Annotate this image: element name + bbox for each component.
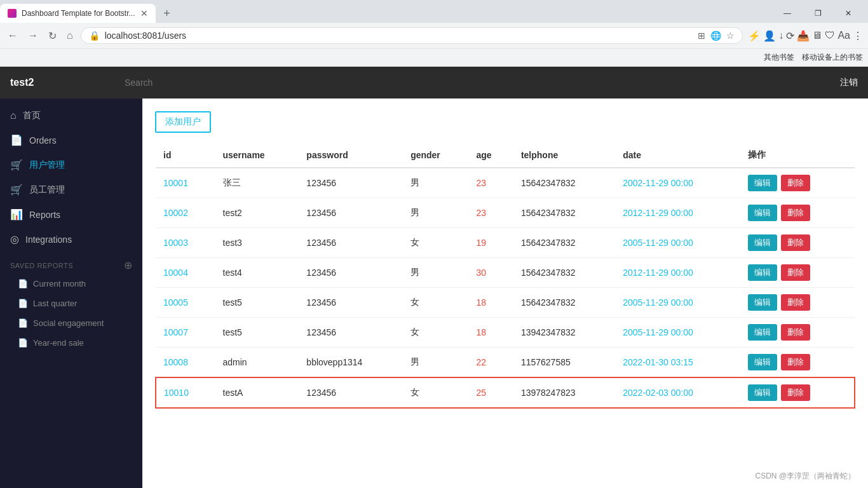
cell-password: 123456 bbox=[299, 258, 403, 288]
edit-button[interactable]: 编辑 bbox=[748, 354, 777, 370]
cell-telphone: 13978247823 bbox=[513, 377, 615, 408]
cell-age: 22 bbox=[469, 348, 513, 378]
cart2-icon: 🛒 bbox=[10, 184, 23, 196]
doc-icon-4: 📄 bbox=[18, 338, 28, 348]
sidebar-item-employee[interactable]: 🛒 员工管理 bbox=[0, 177, 142, 202]
table-body: 10001 张三 123456 男 23 15642347832 2002-11… bbox=[156, 168, 855, 408]
back-button[interactable]: ← bbox=[5, 27, 20, 44]
delete-button[interactable]: 删除 bbox=[781, 234, 810, 251]
toolbar-icons: ⚡ 👤 ↓ ⟳ 📥 🖥 🛡 Aa ⋮ bbox=[748, 30, 863, 42]
saved-report-last-quarter[interactable]: 📄 Last quarter bbox=[0, 294, 142, 313]
reload-button[interactable]: ↻ bbox=[46, 27, 59, 44]
cell-gender: 男 bbox=[403, 258, 468, 288]
delete-button[interactable]: 删除 bbox=[781, 175, 810, 191]
sync-icon: ↓ bbox=[778, 30, 783, 41]
edit-button[interactable]: 编辑 bbox=[748, 234, 777, 251]
cell-id: 10005 bbox=[156, 288, 215, 318]
cell-username: 张三 bbox=[215, 168, 299, 198]
edit-button[interactable]: 编辑 bbox=[748, 175, 777, 191]
cell-date: 2005-11-29 00:00 bbox=[615, 288, 740, 318]
table-row: 10008 admin bblovepp1314 男 22 1157627585… bbox=[156, 348, 855, 378]
menu-button[interactable]: ⋮ bbox=[853, 30, 863, 42]
col-actions: 操作 bbox=[740, 143, 855, 168]
action-buttons: 编辑 删除 bbox=[748, 175, 847, 191]
edit-button[interactable]: 编辑 bbox=[748, 324, 777, 341]
action-buttons: 编辑 删除 bbox=[748, 234, 847, 251]
share-icon: ⊞ bbox=[698, 30, 705, 41]
sidebar-item-reports[interactable]: 📊 Reports bbox=[0, 202, 142, 227]
users-table: id username password gender age telphone… bbox=[155, 143, 855, 409]
close-window-button[interactable]: ✕ bbox=[834, 4, 863, 23]
saved-report-current-month[interactable]: 📄 Current month bbox=[0, 274, 142, 294]
saved-report-yearend-label: Year-end sale bbox=[33, 338, 84, 348]
extensions-icon: ⚡ bbox=[748, 30, 761, 42]
cell-telphone: 15642347832 bbox=[513, 258, 615, 288]
logout-button[interactable]: 注销 bbox=[840, 77, 858, 88]
forward-button[interactable]: → bbox=[25, 27, 41, 44]
cell-date: 2012-11-29 00:00 bbox=[615, 198, 740, 228]
url-box[interactable]: 🔒 localhost:8081/users ⊞ 🌐 ☆ bbox=[81, 27, 743, 44]
bookmark-other[interactable]: 其他书签 bbox=[764, 52, 794, 63]
delete-button[interactable]: 删除 bbox=[781, 294, 810, 311]
cell-telphone: 1157627585 bbox=[513, 348, 615, 378]
home-button[interactable]: ⌂ bbox=[64, 27, 76, 44]
col-age: age bbox=[469, 143, 513, 168]
cell-age: 19 bbox=[469, 228, 513, 258]
sidebar-item-integrations[interactable]: ◎ Integrations bbox=[0, 227, 142, 252]
cell-username: admin bbox=[215, 348, 299, 378]
cell-password: 123456 bbox=[299, 228, 403, 258]
bookmark-icon[interactable]: ☆ bbox=[726, 30, 735, 41]
col-username: username bbox=[215, 143, 299, 168]
table-row: 10005 test5 123456 女 18 15642347832 2005… bbox=[156, 288, 855, 318]
window-controls: — ❐ ✕ bbox=[773, 4, 868, 23]
saved-report-social[interactable]: 📄 Social engagement bbox=[0, 313, 142, 333]
saved-reports-title: SAVED REPORTS bbox=[10, 262, 73, 269]
translate-icon: 🌐 bbox=[710, 30, 721, 41]
adblock-icon: 🛡 bbox=[825, 30, 835, 41]
delete-button[interactable]: 删除 bbox=[781, 205, 810, 221]
edit-button[interactable]: 编辑 bbox=[748, 205, 777, 221]
delete-button[interactable]: 删除 bbox=[781, 384, 810, 401]
sidebar-item-orders[interactable]: 📄 Orders bbox=[0, 128, 142, 152]
main-area: ⌂ 首页 📄 Orders 🛒 用户管理 🛒 员工管理 📊 Reports ◎ bbox=[0, 98, 868, 488]
tab-close-button[interactable]: ✕ bbox=[140, 8, 148, 18]
sidebar-item-home[interactable]: ⌂ 首页 bbox=[0, 104, 142, 128]
search-box[interactable] bbox=[125, 78, 827, 88]
cell-actions: 编辑 删除 bbox=[740, 318, 855, 348]
cell-password: 123456 bbox=[299, 318, 403, 348]
address-bar: ← → ↻ ⌂ 🔒 localhost:8081/users ⊞ 🌐 ☆ ⚡ 👤… bbox=[0, 23, 868, 48]
delete-button[interactable]: 删除 bbox=[781, 324, 810, 341]
search-input[interactable] bbox=[125, 78, 827, 88]
tab-title: Dashboard Template for Bootstr... bbox=[22, 9, 135, 18]
minimize-button[interactable]: — bbox=[773, 4, 802, 23]
cell-actions: 编辑 删除 bbox=[740, 168, 855, 198]
cell-actions: 编辑 删除 bbox=[740, 228, 855, 258]
action-buttons: 编辑 删除 bbox=[748, 324, 847, 341]
saved-report-yearend[interactable]: 📄 Year-end sale bbox=[0, 333, 142, 353]
add-report-button[interactable]: ⊕ bbox=[124, 259, 133, 271]
main-content: 添加用户 id username password gender age tel… bbox=[142, 98, 868, 488]
new-tab-button[interactable]: + bbox=[158, 4, 176, 22]
integrations-icon: ◎ bbox=[10, 233, 19, 245]
cell-id: 10008 bbox=[156, 348, 215, 378]
table-row: 10010 testA 123456 女 25 13978247823 2022… bbox=[156, 377, 855, 408]
cell-gender: 女 bbox=[403, 228, 468, 258]
add-user-button[interactable]: 添加用户 bbox=[155, 111, 211, 133]
cell-username: test3 bbox=[215, 228, 299, 258]
sidebar-item-user-management[interactable]: 🛒 用户管理 bbox=[0, 152, 142, 177]
maximize-button[interactable]: ❐ bbox=[803, 4, 832, 23]
cell-age: 18 bbox=[469, 288, 513, 318]
cell-password: bblovepp1314 bbox=[299, 348, 403, 378]
bookmark-mobile[interactable]: 移动设备上的书签 bbox=[802, 52, 863, 63]
col-telphone: telphone bbox=[513, 143, 615, 168]
cell-password: 123456 bbox=[299, 168, 403, 198]
active-tab[interactable]: Dashboard Template for Bootstr... ✕ bbox=[0, 4, 156, 23]
edit-button[interactable]: 编辑 bbox=[748, 294, 777, 311]
cell-password: 123456 bbox=[299, 198, 403, 228]
cell-date: 2012-11-29 00:00 bbox=[615, 258, 740, 288]
delete-button[interactable]: 删除 bbox=[781, 354, 810, 370]
delete-button[interactable]: 删除 bbox=[781, 264, 810, 281]
cell-username: test2 bbox=[215, 198, 299, 228]
edit-button[interactable]: 编辑 bbox=[748, 264, 777, 281]
edit-button[interactable]: 编辑 bbox=[748, 384, 777, 401]
